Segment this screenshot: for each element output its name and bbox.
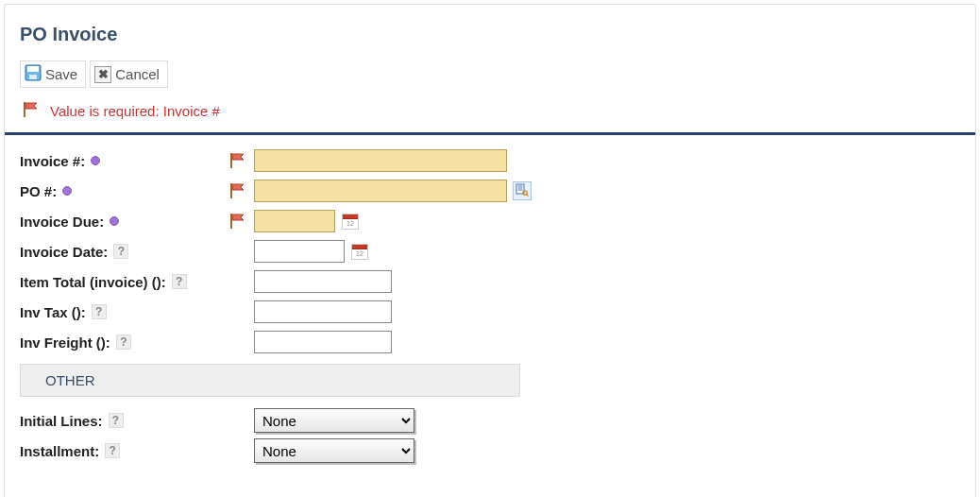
error-text: Value is required: Invoice #	[50, 103, 220, 119]
required-dot-icon	[91, 156, 100, 165]
required-dot-icon	[110, 216, 119, 226]
label-initial-lines: Initial Lines:	[20, 413, 103, 429]
search-list-icon	[515, 183, 529, 199]
save-icon	[25, 64, 42, 84]
label-item-total: Item Total (invoice) ():	[20, 274, 166, 290]
row-invoice-due: Invoice Due: 12	[20, 207, 960, 235]
row-inv-tax: Inv Tax (): ?	[20, 298, 960, 326]
label-invoice-date: Invoice Date:	[20, 244, 108, 260]
help-icon[interactable]: ?	[92, 304, 107, 319]
inv-tax-input[interactable]	[254, 300, 392, 323]
svg-rect-2	[29, 75, 37, 79]
row-invoice-no: Invoice #:	[20, 146, 960, 175]
row-item-total: Item Total (invoice) (): ?	[20, 267, 960, 296]
label-inv-tax: Inv Tax ():	[20, 304, 86, 320]
row-invoice-date: Invoice Date: ? 12	[20, 237, 960, 266]
po-no-input[interactable]	[254, 180, 507, 202]
cancel-label: Cancel	[115, 66, 160, 82]
help-icon[interactable]: ?	[172, 274, 187, 289]
initial-lines-select[interactable]: None	[254, 408, 414, 433]
help-icon[interactable]: ?	[109, 413, 124, 428]
label-installment: Installment:	[20, 443, 99, 459]
cancel-icon: ✖	[94, 66, 111, 83]
save-label: Save	[45, 66, 77, 82]
invoice-due-input[interactable]	[254, 210, 335, 232]
save-button[interactable]: Save	[20, 60, 86, 88]
svg-line-8	[527, 194, 529, 196]
row-po-no: PO #:	[20, 177, 960, 205]
item-total-input[interactable]	[254, 270, 392, 293]
flag-icon	[228, 213, 248, 230]
section-other-header: OTHER	[20, 364, 520, 397]
svg-rect-1	[27, 66, 39, 72]
flag-icon	[228, 182, 248, 199]
invoice-due-calendar-button[interactable]: 12	[341, 212, 360, 231]
flag-icon	[228, 152, 248, 169]
error-message: Value is required: Invoice #	[20, 101, 960, 121]
form-area: Invoice #: PO #:	[5, 135, 975, 465]
required-dot-icon	[62, 186, 72, 196]
calendar-icon: 12	[351, 244, 368, 260]
help-icon[interactable]: ?	[113, 244, 128, 259]
calendar-icon: 12	[342, 214, 359, 230]
toolbar: Save ✖ Cancel	[20, 60, 960, 88]
row-initial-lines: Initial Lines: ? None	[20, 406, 960, 435]
help-icon[interactable]: ?	[116, 334, 131, 350]
invoice-date-calendar-button[interactable]: 12	[350, 242, 369, 261]
page-title: PO Invoice	[20, 24, 960, 45]
cancel-button[interactable]: ✖ Cancel	[90, 60, 168, 88]
installment-select[interactable]: None	[254, 438, 414, 463]
row-installment: Installment: ? None	[20, 437, 960, 465]
form-panel: PO Invoice Save ✖ Cancel Value is requir…	[4, 4, 976, 497]
label-invoice-due: Invoice Due:	[20, 214, 104, 230]
flag-icon	[22, 101, 41, 121]
label-inv-freight: Inv Freight ():	[20, 334, 110, 351]
header-section: PO Invoice Save ✖ Cancel Value is requir…	[5, 5, 975, 132]
po-lookup-button[interactable]	[513, 181, 532, 200]
label-po-no: PO #:	[20, 183, 57, 199]
inv-freight-input[interactable]	[254, 331, 392, 353]
invoice-date-input[interactable]	[254, 240, 345, 263]
label-invoice-no: Invoice #:	[20, 153, 85, 169]
help-icon[interactable]: ?	[105, 443, 120, 458]
invoice-no-input[interactable]	[254, 149, 507, 172]
row-inv-freight: Inv Freight (): ?	[20, 328, 960, 356]
